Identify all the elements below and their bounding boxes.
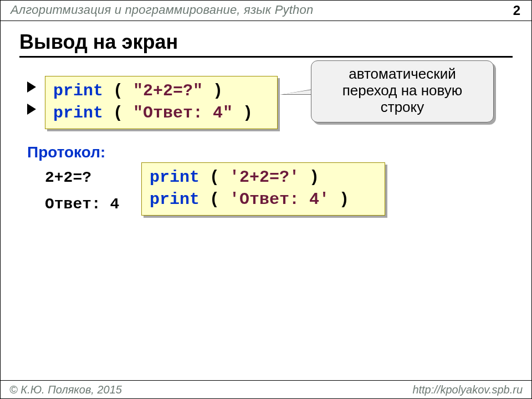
punct: )	[233, 104, 253, 122]
keyword: print	[150, 190, 200, 209]
slide-title: Вывод на экран	[19, 30, 178, 54]
code-line: print ( "2+2=?" )	[53, 80, 269, 102]
code-line: print ( "Ответ: 4" )	[53, 102, 269, 124]
callout-pointer	[283, 90, 312, 94]
punct: (	[103, 104, 133, 122]
slide-header: Алгоритмизация и программирование, язык …	[11, 3, 313, 17]
protocol-label: Протокол:	[27, 144, 105, 161]
string-literal: 'Ответ: 4'	[229, 190, 329, 209]
keyword: print	[53, 81, 103, 100]
keyword: print	[53, 104, 103, 122]
bottom-rule	[1, 380, 531, 381]
top-rule	[1, 21, 531, 21]
code-line: print ( 'Ответ: 4' )	[150, 188, 377, 211]
callout-box: автоматический переход на новую строку	[311, 60, 494, 122]
punct: )	[203, 81, 223, 100]
title-rule	[19, 56, 513, 58]
string-literal: '2+2=?'	[229, 168, 299, 187]
punct: )	[329, 190, 349, 209]
string-literal: "Ответ: 4"	[133, 104, 233, 122]
footer-right: http://kpolyakov.spb.ru	[412, 383, 523, 396]
punct: (	[200, 168, 229, 187]
punct: (	[200, 190, 229, 209]
protocol-output: Ответ: 4	[45, 196, 119, 213]
footer-left: © К.Ю. Поляков, 2015	[9, 383, 122, 396]
bullet-icon	[27, 81, 36, 93]
punct: )	[299, 168, 319, 187]
protocol-output: 2+2=?	[45, 169, 91, 186]
code-box-1: print ( "2+2=?" ) print ( "Ответ: 4" )	[45, 76, 278, 129]
code-box-2: print ( '2+2=?' ) print ( 'Ответ: 4' )	[141, 162, 385, 216]
string-literal: "2+2=?"	[133, 81, 203, 100]
page-number: 2	[513, 3, 520, 18]
keyword: print	[150, 168, 200, 187]
code-line: print ( '2+2=?' )	[150, 166, 377, 188]
bullet-icon	[27, 104, 36, 115]
punct: (	[103, 81, 133, 100]
